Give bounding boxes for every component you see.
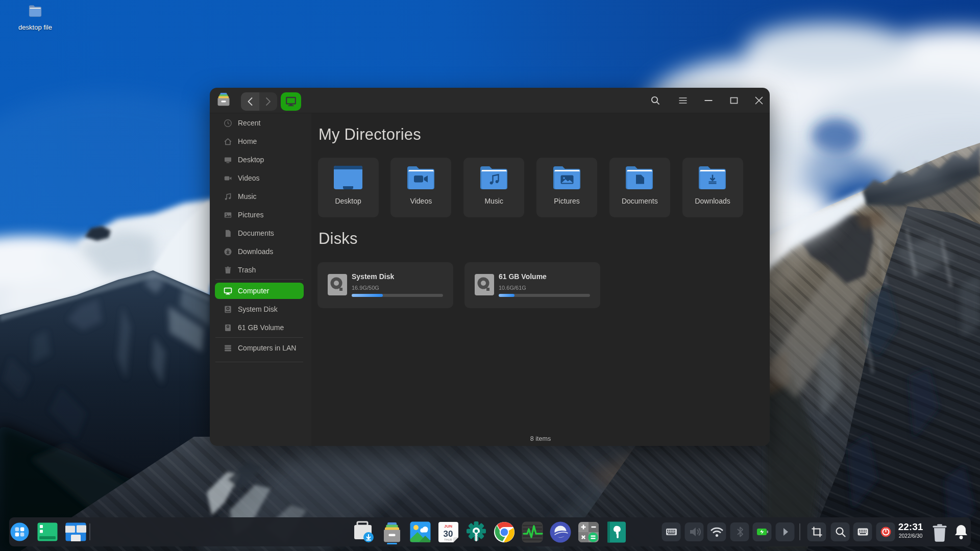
svg-text:30: 30 [444,529,453,539]
svg-text:THUR: THUR [444,538,452,541]
svg-text:JUN: JUN [444,524,452,529]
